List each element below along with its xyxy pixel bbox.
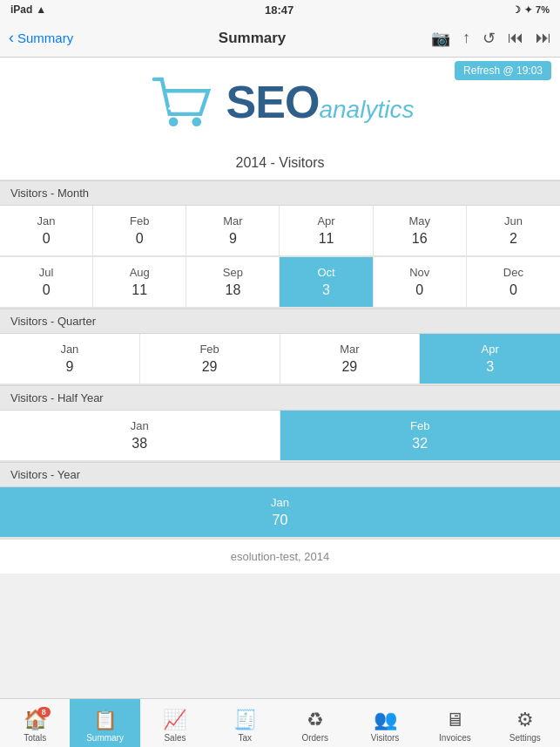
status-left: iPad ▲	[10, 3, 46, 16]
tab-icon-sales: 📈	[163, 709, 186, 730]
tab-icon-wrap-invoices: 🖥	[445, 709, 464, 731]
month-value: 0	[377, 282, 462, 298]
section-header-month: Visitors - Month	[0, 180, 560, 206]
moon-icon: ☽	[512, 4, 521, 16]
rewind-icon[interactable]: ⏮	[508, 29, 523, 47]
tab-icon-tax: 🧾	[233, 709, 257, 730]
status-bar: iPad ▲ 18:47 ☽ ✦ 7%	[0, 0, 560, 19]
bluetooth-icon: ✦	[524, 4, 532, 16]
tab-icon-wrap-orders: ♻	[307, 709, 324, 731]
logo-text: SEO analytics	[226, 79, 415, 125]
tab-label-orders: Orders	[301, 733, 328, 743]
nav-bar: ‹ Summary Summary 📷 ↑ ↺ ⏮ ⏭	[0, 19, 560, 58]
tab-orders[interactable]: ♻Orders	[280, 699, 350, 747]
nav-actions: 📷 ↑ ↺ ⏮ ⏭	[431, 29, 551, 48]
month-label: Nov	[377, 266, 462, 279]
ipad-label: iPad	[10, 3, 32, 16]
share-icon[interactable]: ↑	[462, 29, 470, 47]
grid-month-row-1: Jul0Aug11Sep18Oct3Nov0Dec0	[0, 257, 560, 309]
cell-month-mar: Mar9	[186, 206, 280, 256]
main-content: SEO analytics 2014 - Visitors Visitors -…	[0, 58, 560, 698]
tab-invoices[interactable]: 🖥Invoices	[420, 699, 489, 747]
tab-icon-orders: ♻	[307, 709, 324, 730]
refresh-badge[interactable]: Refresh @ 19:03	[455, 61, 551, 80]
tab-visitors[interactable]: 👥Visitors	[350, 699, 420, 747]
tab-icon-wrap-tax: 🧾	[233, 709, 257, 731]
tab-tax[interactable]: 🧾Tax	[210, 699, 280, 747]
cell-month-sep: Sep18	[186, 257, 280, 308]
tab-totals[interactable]: 🏠8Totals	[0, 699, 70, 747]
month-value: 0	[470, 282, 557, 298]
tab-label-visitors: Visitors	[371, 733, 400, 743]
month-value: 2	[470, 231, 557, 247]
cell-month-apr: Apr11	[280, 206, 373, 256]
month-label: Mar	[284, 343, 416, 356]
tab-settings[interactable]: ⚙Settings	[490, 699, 560, 747]
month-label: Jun	[470, 214, 557, 227]
tab-icon-wrap-visitors: 👥	[374, 709, 397, 731]
cell-month-nov: Nov0	[374, 257, 467, 308]
month-value: 16	[377, 231, 462, 247]
cell-year-jan: Jan70	[0, 487, 560, 538]
tab-icon-wrap-summary: 📋	[93, 709, 117, 731]
month-label: Jul	[3, 266, 89, 279]
tab-bar: 🏠8Totals📋Summary📈Sales🧾Tax♻Orders👥Visito…	[0, 698, 560, 747]
month-value: 32	[284, 436, 557, 452]
cell-quarter-apr: Apr3	[420, 334, 560, 384]
tab-label-totals: Totals	[24, 733, 46, 743]
month-value: 3	[423, 359, 557, 375]
wifi-icon: ▲	[36, 3, 46, 16]
tab-label-sales: Sales	[164, 733, 186, 743]
month-value: 11	[283, 231, 368, 247]
tab-badge-totals: 8	[37, 707, 51, 717]
section-header-year: Visitors - Year	[0, 462, 560, 487]
svg-point-0	[168, 117, 178, 126]
tab-summary[interactable]: 📋Summary	[70, 699, 139, 747]
cell-month-oct: Oct3	[280, 257, 373, 308]
tab-sales[interactable]: 📈Sales	[140, 699, 210, 747]
cell-month-aug: Aug11	[93, 257, 186, 308]
cell-month-dec: Dec0	[467, 257, 560, 308]
refresh-icon[interactable]: ↺	[482, 29, 496, 48]
cell-month-feb: Feb0	[93, 206, 186, 256]
year-title: 2014 - Visitors	[0, 146, 560, 180]
camera-icon[interactable]: 📷	[431, 29, 450, 48]
month-value: 29	[144, 359, 276, 375]
grid-quarter-row-0: Jan9Feb29Mar29Apr3	[0, 334, 560, 385]
month-label: Aug	[97, 266, 182, 279]
section-header-quarter: Visitors - Quarter	[0, 309, 560, 334]
cell-halfyear-feb: Feb32	[280, 411, 561, 461]
grid-halfyear-row-0: Jan38Feb32	[0, 411, 560, 462]
cell-halfyear-jan: Jan38	[0, 411, 280, 461]
tab-label-invoices: Invoices	[439, 733, 471, 743]
tab-label-summary: Summary	[86, 733, 124, 743]
analytics-label: analytics	[319, 98, 414, 122]
month-value: 70	[3, 513, 557, 528]
tab-icon-wrap-settings: ⚙	[516, 709, 534, 731]
nav-title: Summary	[219, 30, 286, 47]
nav-back-button[interactable]: ‹ Summary	[9, 29, 73, 47]
cell-quarter-mar: Mar29	[280, 334, 421, 384]
svg-point-1	[192, 117, 201, 126]
tab-icon-invoices: 🖥	[445, 709, 464, 730]
month-label: Jan	[3, 343, 136, 356]
sections-container: Visitors - MonthJan0Feb0Mar9Apr11May16Ju…	[0, 180, 560, 539]
month-label: Jan	[3, 419, 276, 432]
tab-icon-settings: ⚙	[516, 709, 534, 730]
month-label: Sep	[190, 266, 275, 279]
month-value: 9	[3, 359, 136, 375]
month-label: Dec	[470, 266, 557, 279]
month-label: Oct	[283, 266, 368, 279]
grid-year-row-0: Jan70	[0, 487, 560, 539]
month-label: Apr	[423, 343, 557, 356]
month-value: 11	[97, 282, 182, 298]
grid-month-row-0: Jan0Feb0Mar9Apr11May16Jun2	[0, 206, 560, 257]
tab-icon-wrap-totals: 🏠8	[24, 709, 47, 731]
forward-icon[interactable]: ⏭	[536, 29, 551, 47]
status-right: ☽ ✦ 7%	[512, 4, 550, 16]
tab-label-settings: Settings	[509, 733, 541, 743]
back-arrow-icon: ‹	[9, 29, 14, 47]
battery-label: 7%	[536, 4, 550, 15]
month-label: Feb	[284, 419, 557, 432]
month-label: Feb	[144, 343, 276, 356]
